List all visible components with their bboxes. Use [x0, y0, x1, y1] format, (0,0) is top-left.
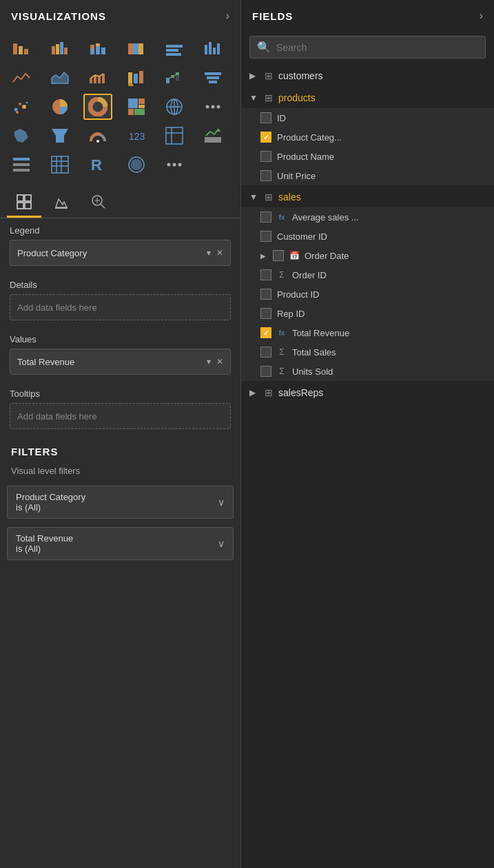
- viz-number-icon[interactable]: 123: [122, 123, 151, 149]
- viz-col-chart-icon[interactable]: [198, 36, 227, 62]
- viz-matrix-icon[interactable]: [45, 152, 74, 178]
- viz-kpi-icon[interactable]: [198, 123, 227, 149]
- legend-well[interactable]: Product Category ▾ ✕: [10, 240, 231, 266]
- search-input[interactable]: [276, 42, 478, 53]
- viz-scatter-icon[interactable]: [7, 94, 36, 120]
- viz-more-icon[interactable]: [198, 94, 227, 120]
- field-sales-rep-id[interactable]: Rep ID: [241, 304, 494, 323]
- legend-dropdown-icon[interactable]: ▾: [207, 248, 211, 258]
- field-sales-product-id-checkbox[interactable]: [260, 289, 271, 300]
- viz-100-stacked-bar-icon[interactable]: [122, 36, 151, 62]
- svg-rect-69: [13, 163, 30, 166]
- viz-waterfall-icon[interactable]: [160, 65, 189, 91]
- table-group-customers: ▶ ⊞ customers: [241, 65, 494, 86]
- svg-point-61: [96, 140, 99, 143]
- viz-line-icon[interactable]: [7, 65, 36, 91]
- viz-filled-map-icon[interactable]: [7, 123, 36, 149]
- viz-funnel2-icon[interactable]: [45, 123, 74, 149]
- field-products-name[interactable]: Product Name: [241, 147, 494, 166]
- field-sales-order-id-checkbox[interactable]: [260, 269, 271, 280]
- field-sales-total-revenue[interactable]: fx Total Revenue: [241, 323, 494, 342]
- tab-fields[interactable]: [7, 187, 41, 218]
- viz-pie-icon[interactable]: [45, 94, 74, 120]
- values-dropdown-icon[interactable]: ▾: [207, 357, 211, 366]
- field-sales-total-revenue-checkbox[interactable]: [260, 327, 271, 338]
- field-sales-units-sold[interactable]: Σ Units Sold: [241, 362, 494, 381]
- visualizations-expand-arrow[interactable]: ›: [226, 10, 229, 22]
- tab-format[interactable]: [44, 187, 79, 218]
- viz-ribbon-icon[interactable]: [122, 65, 151, 91]
- svg-rect-21: [217, 43, 220, 54]
- order-date-expand-arrow[interactable]: ▶: [260, 252, 267, 260]
- svg-rect-13: [133, 43, 138, 54]
- field-sales-customer-id-checkbox[interactable]: [260, 231, 271, 242]
- svg-rect-2: [24, 49, 28, 54]
- values-remove-icon[interactable]: ✕: [216, 357, 223, 366]
- visualizations-panel: VISUALIZATIONS ›: [0, 0, 241, 868]
- tooltips-label: Tooltips: [10, 389, 231, 399]
- viz-stacked-col-icon[interactable]: [83, 36, 112, 62]
- details-well[interactable]: Add data fields here: [10, 294, 231, 320]
- table-row-customers[interactable]: ▶ ⊞ customers: [241, 65, 494, 86]
- field-sales-product-id[interactable]: Product ID: [241, 285, 494, 304]
- viz-gauge-icon[interactable]: [83, 123, 112, 149]
- fields-search-bar[interactable]: 🔍: [249, 36, 486, 59]
- salesreps-expand-arrow[interactable]: ▶: [249, 388, 259, 397]
- field-products-category[interactable]: Product Categ...: [241, 127, 494, 147]
- filter-total-revenue[interactable]: Total Revenue is (All) ∨: [7, 527, 234, 560]
- field-sales-units-sold-checkbox[interactable]: [260, 366, 271, 377]
- field-sales-total-sales-name: Total Sales: [292, 347, 486, 358]
- field-sales-order-id-name: Order ID: [292, 270, 486, 280]
- field-sales-rep-id-checkbox[interactable]: [260, 308, 271, 319]
- tooltips-well[interactable]: Add data fields here: [10, 403, 231, 429]
- tab-analytics[interactable]: [81, 187, 116, 218]
- filter-product-category-arrow[interactable]: ∨: [218, 497, 225, 508]
- viz-map-icon[interactable]: [160, 94, 189, 120]
- svg-rect-11: [101, 48, 105, 54]
- table-group-products: ▼ ⊞ products ID Product Categ... Product…: [241, 87, 494, 185]
- viz-clustered-bar-icon[interactable]: [45, 36, 74, 62]
- field-sales-avg-checkbox[interactable]: [260, 211, 271, 223]
- field-sales-customer-id[interactable]: Customer ID: [241, 227, 494, 246]
- field-sales-avg[interactable]: fx Average sales ...: [241, 207, 494, 227]
- table-row-sales[interactable]: ▼ ⊞ sales: [241, 187, 494, 207]
- field-products-price-checkbox[interactable]: [260, 170, 271, 181]
- viz-bar-chart-icon[interactable]: [160, 36, 189, 62]
- field-sales-order-date[interactable]: ▶ 📅 Order Date: [241, 246, 494, 265]
- field-products-name-checkbox[interactable]: [260, 151, 271, 162]
- viz-r-icon[interactable]: R: [83, 152, 112, 178]
- values-well[interactable]: Total Revenue ▾ ✕: [10, 349, 231, 375]
- viz-funnel-icon[interactable]: [198, 65, 227, 91]
- filter-product-category[interactable]: Product Category is (All) ∨: [7, 486, 234, 519]
- field-sales-order-id[interactable]: Σ Order ID: [241, 265, 494, 285]
- viz-stacked-bar-icon[interactable]: [7, 36, 36, 62]
- table-row-products[interactable]: ▼ ⊞ products: [241, 87, 494, 108]
- sales-expand-arrow[interactable]: ▼: [249, 192, 259, 202]
- svg-rect-81: [17, 195, 23, 201]
- customers-expand-arrow[interactable]: ▶: [249, 71, 259, 81]
- field-products-price[interactable]: Unit Price: [241, 166, 494, 185]
- field-products-id[interactable]: ID: [241, 108, 494, 127]
- viz-azure-map-icon[interactable]: [122, 152, 151, 178]
- viz-table-icon[interactable]: [160, 123, 189, 149]
- field-sales-order-date-checkbox[interactable]: [273, 250, 284, 261]
- field-products-id-checkbox[interactable]: [260, 112, 271, 123]
- field-products-category-checkbox[interactable]: [260, 132, 271, 143]
- field-sales-total-sales[interactable]: Σ Total Sales: [241, 342, 494, 362]
- viz-combo-icon[interactable]: [83, 65, 112, 91]
- viz-ellipsis-icon[interactable]: [160, 152, 189, 178]
- filter-total-revenue-arrow[interactable]: ∨: [218, 538, 225, 549]
- legend-section: Legend Product Category ▾ ✕: [0, 218, 240, 273]
- fields-expand-arrow[interactable]: ›: [480, 10, 483, 22]
- legend-remove-icon[interactable]: ✕: [216, 248, 223, 258]
- svg-rect-39: [209, 81, 217, 83]
- field-sales-total-sales-checkbox[interactable]: [260, 347, 271, 358]
- viz-donut-icon[interactable]: [83, 94, 112, 120]
- viz-slicer-icon[interactable]: [7, 152, 36, 178]
- viz-area-icon[interactable]: [45, 65, 74, 91]
- products-expand-arrow[interactable]: ▼: [249, 93, 259, 103]
- filter-total-revenue-line2: is (All): [16, 544, 73, 554]
- viz-treemap-icon[interactable]: [122, 94, 151, 120]
- details-section: Details Add data fields here: [0, 273, 240, 327]
- table-row-salesreps[interactable]: ▶ ⊞ salesReps: [241, 382, 494, 403]
